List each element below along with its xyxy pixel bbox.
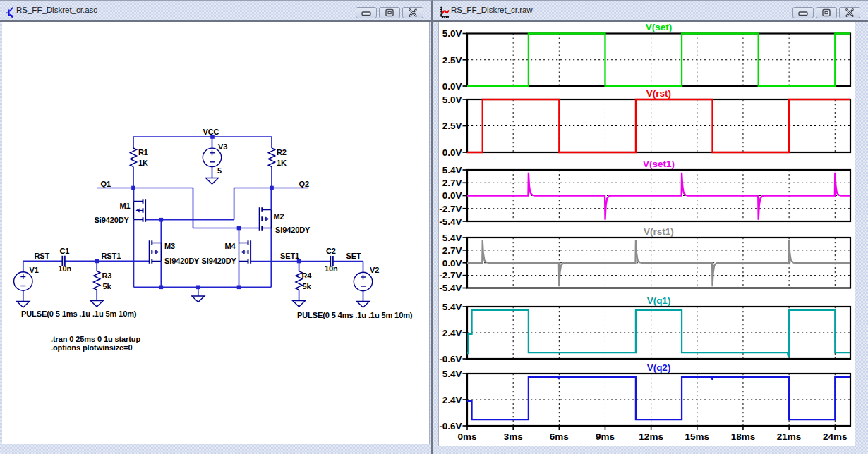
schematic-window-title: RS_FF_Diskret_cr.asc: [16, 6, 97, 14]
restore-button[interactable]: [379, 7, 400, 18]
waveform-window: RS_FF_Diskret_cr.raw: [433, 0, 868, 454]
waveform-window-title: RS_FF_Diskret_cr.raw: [451, 6, 533, 14]
window-controls: [356, 7, 423, 18]
minimize-button[interactable]: [356, 7, 377, 18]
close-button[interactable]: [402, 7, 423, 18]
schematic-titlebar[interactable]: RS_FF_Diskret_cr.asc: [0, 1, 431, 21]
close-icon: [403, 8, 423, 18]
schematic-file-icon: [5, 5, 17, 18]
schematic-window: RS_FF_Diskret_cr.asc: [0, 0, 433, 454]
window-controls: [792, 7, 860, 18]
waveform-titlebar[interactable]: RS_FF_Diskret_cr.raw: [433, 1, 868, 21]
restore-button[interactable]: [816, 7, 837, 18]
restore-icon: [380, 8, 399, 18]
minimize-icon: [793, 8, 813, 18]
restore-icon: [816, 8, 836, 18]
schematic-canvas[interactable]: [2, 22, 430, 444]
close-button[interactable]: [839, 7, 860, 18]
waveform-file-icon: [437, 5, 449, 18]
minimize-button[interactable]: [792, 7, 814, 18]
ltspice-workspace: RS_FF_Diskret_cr.asc: [0, 0, 868, 454]
waveform-plot-area[interactable]: [438, 22, 855, 446]
close-icon: [840, 8, 860, 18]
minimize-icon: [356, 8, 376, 18]
